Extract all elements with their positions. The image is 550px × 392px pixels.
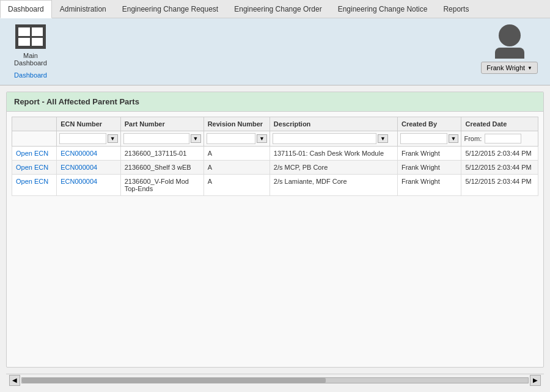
cell-ecn[interactable]: ECN000004 <box>57 147 121 161</box>
horizontal-scrollbar: ◀ ▶ <box>6 374 544 386</box>
scroll-track[interactable] <box>21 377 529 383</box>
table-row: Open ECNECN0000042136600_Shelf 3 wEBA2/s… <box>12 161 538 175</box>
scroll-right-arrow[interactable]: ▶ <box>530 375 541 386</box>
filter-status <box>12 131 57 147</box>
filter-rev-input[interactable] <box>207 133 255 144</box>
filter-ecn-input[interactable] <box>59 133 106 144</box>
cell-part: 2136600_137115-01 <box>120 147 204 161</box>
cell-status[interactable]: Open ECN <box>12 147 57 161</box>
cell-ecn[interactable]: ECN000004 <box>57 175 121 196</box>
filter-date-from-input[interactable] <box>485 134 521 143</box>
filter-rev: ▼ <box>204 131 270 147</box>
filter-desc-btn[interactable]: ▼ <box>378 134 388 143</box>
scroll-left-arrow[interactable]: ◀ <box>9 375 20 386</box>
filter-rev-btn[interactable]: ▼ <box>257 134 267 143</box>
scroll-thumb[interactable] <box>22 378 326 383</box>
col-header-part: Part Number <box>120 117 204 131</box>
user-area: Frank Wright <box>481 24 538 74</box>
cell-rev: A <box>204 147 270 161</box>
cell-ecn[interactable]: ECN000004 <box>57 161 121 175</box>
avatar-head <box>499 24 521 46</box>
cell-status[interactable]: Open ECN <box>12 161 57 175</box>
header-area: Main Dashboard Dashboard Frank Wright <box>0 18 550 85</box>
nav-tab-ecn[interactable]: Engineering Change Notice <box>330 0 436 18</box>
col-header-status <box>12 117 57 131</box>
table-row: Open ECNECN0000042136600_V-Fold Mod Top-… <box>12 175 538 196</box>
cell-desc: 2/s MCP, PB Core <box>270 161 397 175</box>
filter-createdby-input[interactable] <box>400 133 447 144</box>
cell-desc: 137115-01: Cash Desk Work Module <box>270 147 397 161</box>
cell-date: 5/12/2015 2:03:44 PM <box>461 161 538 175</box>
dashboard-link[interactable]: Dashboard <box>14 71 47 79</box>
col-header-desc: Description <box>270 117 397 131</box>
filter-ecn-btn[interactable]: ▼ <box>108 134 118 143</box>
filter-part: ▼ <box>120 131 204 147</box>
col-header-ecn: ECN Number <box>57 117 121 131</box>
cell-date: 5/12/2015 2:03:44 PM <box>461 175 538 196</box>
app-wrapper: Dashboard Administration Engineering Cha… <box>0 0 550 392</box>
col-header-rev: Revision Number <box>204 117 270 131</box>
filter-ecn: ▼ <box>57 131 121 147</box>
sidebar-panel: Main Dashboard Dashboard <box>6 24 55 79</box>
filter-part-btn[interactable]: ▼ <box>191 134 201 143</box>
col-header-createdby: Created By <box>397 117 461 131</box>
report-title: Report - All Affected Parent Parts <box>7 92 543 112</box>
nav-tab-reports[interactable]: Reports <box>435 0 477 18</box>
table-row: Open ECNECN0000042136600_137115-01A13711… <box>12 147 538 161</box>
top-nav: Dashboard Administration Engineering Cha… <box>0 0 550 18</box>
user-menu-button[interactable]: Frank Wright <box>481 62 538 74</box>
table-container[interactable]: ECN Number Part Number Revision Number D… <box>7 112 543 367</box>
dashboard-icon[interactable] <box>15 24 46 49</box>
cell-createdby: Frank Wright <box>397 147 461 161</box>
nav-tab-ecr[interactable]: Engineering Change Request <box>114 0 226 18</box>
nav-tab-eco[interactable]: Engineering Change Order <box>226 0 329 18</box>
cell-rev: A <box>204 161 270 175</box>
col-header-date: Created Date <box>461 117 538 131</box>
filter-part-input[interactable] <box>123 133 189 144</box>
report-table: ECN Number Part Number Revision Number D… <box>12 117 538 196</box>
content-area: Report - All Affected Parent Parts ECN N… <box>6 92 544 368</box>
cell-createdby: Frank Wright <box>397 175 461 196</box>
from-label: From: <box>464 135 482 142</box>
cell-status[interactable]: Open ECN <box>12 175 57 196</box>
nav-tab-administration[interactable]: Administration <box>52 0 114 18</box>
cell-part: 2136600_Shelf 3 wEB <box>120 161 204 175</box>
main-dashboard-label: Main Dashboard <box>6 52 55 67</box>
cell-date: 5/12/2015 2:03:44 PM <box>461 147 538 161</box>
filter-createdby-btn[interactable]: ▼ <box>449 134 459 143</box>
filter-createdby: ▼ <box>397 131 461 147</box>
cell-desc: 2/s Lamiante, MDF Core <box>270 175 397 196</box>
avatar-body <box>495 48 524 59</box>
nav-tab-dashboard[interactable]: Dashboard <box>0 0 52 18</box>
cell-part: 2136600_V-Fold Mod Top-Ends <box>120 175 204 196</box>
cell-rev: A <box>204 175 270 196</box>
filter-desc-input[interactable] <box>273 133 376 144</box>
cell-createdby: Frank Wright <box>397 161 461 175</box>
filter-desc: ▼ <box>270 131 397 147</box>
filter-date: From: <box>461 131 538 147</box>
